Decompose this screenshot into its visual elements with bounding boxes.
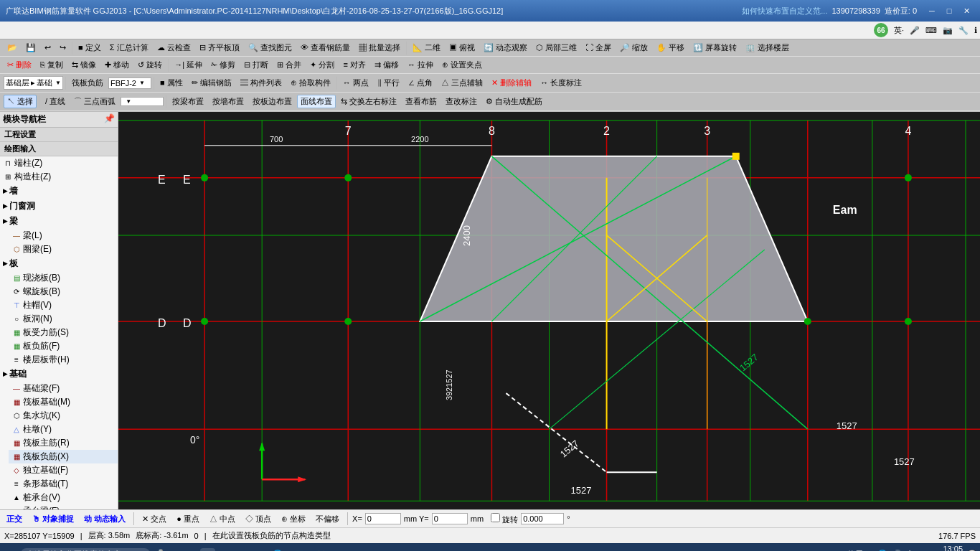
nav-group-beam[interactable]: ▸ 梁 xyxy=(0,214,118,229)
no-offset[interactable]: 不偏移 xyxy=(312,512,343,526)
parallel-button[interactable]: ∥ 平行 xyxy=(374,76,403,90)
taskbar-icon-circle[interactable]: G xyxy=(200,548,215,551)
select-mode-button[interactable]: ↖ 选择 xyxy=(4,95,37,108)
fullscreen-button[interactable]: ⛶ 全屏 xyxy=(582,41,615,55)
nav-item-beam[interactable]: —梁(L) xyxy=(9,229,118,242)
pick-element-button[interactable]: ⊕ 拾取构件 xyxy=(287,76,334,90)
quick-setup-link[interactable]: 如何快速布置自定义范... xyxy=(742,6,827,17)
taskbar-icon-e2[interactable]: e xyxy=(235,548,248,551)
redo-button[interactable]: ↪ xyxy=(56,42,70,54)
nav-group-foundation[interactable]: ▸ 基础 xyxy=(0,367,118,382)
length-anno-button[interactable]: ↔ 长度标注 xyxy=(537,76,585,90)
taskbar-icon-1[interactable]: ✿ xyxy=(166,548,182,552)
split-button[interactable]: ✦ 分割 xyxy=(306,58,338,72)
taskbar-icon-mail[interactable]: 📧 xyxy=(290,548,308,552)
taskbar-search[interactable] xyxy=(21,548,150,551)
three-point-aux-button[interactable]: △ 三点辅轴 xyxy=(438,76,486,90)
copy-button[interactable]: ⎘ 复制 xyxy=(37,58,67,72)
intersection-snap[interactable]: ✕ 交点 xyxy=(138,512,170,526)
trim-button[interactable]: ✁ 修剪 xyxy=(207,58,239,72)
offset-button[interactable]: ⇉ 偏移 xyxy=(371,58,402,72)
y-input[interactable] xyxy=(432,513,468,524)
x-input[interactable] xyxy=(365,513,401,524)
endpoint-snap[interactable]: ● 重点 xyxy=(173,512,203,526)
edit-anno-button[interactable]: 查改标注 xyxy=(442,95,481,108)
layer-dropdown[interactable]: 基础层 ▸ 基础 ▼ xyxy=(4,76,63,90)
nav-item-raft-main-rebar[interactable]: ▦筏板主筋(R) xyxy=(9,436,118,450)
rotate-input[interactable] xyxy=(521,513,564,524)
nav-item-cast-slab[interactable]: ▤现浇板(B) xyxy=(9,271,118,285)
dynamic-input-button[interactable]: 动 动态输入 xyxy=(80,512,129,526)
restore-button[interactable]: □ xyxy=(941,4,957,17)
mirror-button[interactable]: ⇆ 镜像 xyxy=(68,58,100,72)
by-area-button[interactable]: 面线布置 xyxy=(297,95,336,108)
two-point-button[interactable]: ↔ 两点 xyxy=(339,76,372,90)
taskbar-icon-globe[interactable]: 🌐 xyxy=(268,548,287,552)
view-rebar-btn[interactable]: 查看布筋 xyxy=(402,95,440,108)
draw-extra-dropdown[interactable]: ▼ xyxy=(121,97,164,106)
nav-item-slab-neg[interactable]: ▦板负筋(F) xyxy=(9,339,118,353)
sum-calc-button[interactable]: Σ 汇总计算 xyxy=(106,41,152,55)
minimize-button[interactable]: ─ xyxy=(924,4,940,17)
nav-item-floor-band[interactable]: ≡楼层板带(H) xyxy=(9,353,118,367)
extend-button[interactable]: →| 延伸 xyxy=(171,58,206,72)
del-aux-button[interactable]: ✕ 删除辅轴 xyxy=(488,76,535,90)
stretch-button[interactable]: ↔ 拉伸 xyxy=(404,58,437,72)
properties-button[interactable]: ■ 属性 xyxy=(156,76,187,90)
nav-pin-btn[interactable]: 📌 xyxy=(104,113,115,126)
nav-item-raft-found[interactable]: ▦筏板基础(M) xyxy=(9,395,118,409)
merge-button[interactable]: ⊞ 合并 xyxy=(273,58,305,72)
nav-section-drawing[interactable]: 绘图输入 xyxy=(0,142,118,156)
break-button[interactable]: ⊟ 打断 xyxy=(240,58,272,72)
nav-section-engineering[interactable]: 工程设置 xyxy=(0,128,118,142)
start-button[interactable]: ⊞ xyxy=(3,548,18,552)
cloud-check-button[interactable]: ☁ 云检查 xyxy=(154,41,194,55)
view-rebar-button[interactable]: 👁 查看钢筋量 xyxy=(297,41,354,55)
define-button[interactable]: ■ 定义 xyxy=(75,41,105,55)
midpoint-snap[interactable]: △ 中点 xyxy=(206,512,239,526)
align-button[interactable]: ≡ 对齐 xyxy=(339,58,369,72)
2d-button[interactable]: 📐 二维 xyxy=(409,41,444,55)
nav-item-found-beam[interactable]: —基础梁(F) xyxy=(9,382,118,395)
select-floor-button[interactable]: 🏢 选择楼层 xyxy=(742,41,793,55)
nav-item-col-cap[interactable]: ⊤柱帽(V) xyxy=(9,298,118,312)
ortho-button[interactable]: 正交 xyxy=(3,512,26,526)
by-beam-button[interactable]: 按梁布置 xyxy=(169,95,207,108)
taskbar-icon-folder[interactable]: 📁 xyxy=(311,548,330,552)
nav-item-ring-beam[interactable]: ⬡圈梁(E) xyxy=(9,242,118,256)
local-3d-button[interactable]: ⬡ 局部三维 xyxy=(532,41,580,55)
vertex-snap[interactable]: ◇ 顶点 xyxy=(242,512,275,526)
undo-button[interactable]: ↩ xyxy=(41,42,55,54)
top-view-button[interactable]: ▣ 俯视 xyxy=(446,41,479,55)
swap-sides-button[interactable]: ⇆ 交换左右标注 xyxy=(337,95,400,108)
nav-item-col-end[interactable]: ⊓端柱(Z) xyxy=(0,156,118,170)
batch-select-button[interactable]: ▦ 批量选择 xyxy=(355,41,404,55)
nav-item-spiral-slab[interactable]: ⟳螺旋板(B) xyxy=(9,285,118,298)
nav-item-strip-found[interactable]: ≡条形基础(T) xyxy=(9,477,118,491)
nav-item-col-pier[interactable]: △柱墩(Y) xyxy=(9,423,118,436)
auto-gen-button[interactable]: ⚙ 自动生成配筋 xyxy=(482,95,546,108)
open-button[interactable]: 📂 xyxy=(4,42,21,54)
by-edge-button[interactable]: 按板边布置 xyxy=(249,95,296,108)
find-element-button[interactable]: 🔍 查找图元 xyxy=(245,41,296,55)
nav-item-slab-hole[interactable]: ○板洞(N) xyxy=(9,312,118,326)
taskbar-icon-g2[interactable]: G xyxy=(250,548,265,551)
rotate-checkbox[interactable] xyxy=(491,513,500,522)
edit-rebar-button[interactable]: ✏ 编辑钢筋 xyxy=(188,76,235,90)
align-top-button[interactable]: ⊟ 齐平板顶 xyxy=(196,41,243,55)
drawing-canvas[interactable]: 7 8 2 3 4 E E D D 2400 3921527 1527 1527… xyxy=(118,112,980,509)
screen-rotate-button[interactable]: 🔃 屏幕旋转 xyxy=(689,41,740,55)
nav-item-struct-col[interactable]: ⊞构造柱(Z) xyxy=(0,170,118,184)
nav-group-slab[interactable]: ▸ 板 xyxy=(0,256,118,271)
nav-item-sump[interactable]: ⬡集水坑(K) xyxy=(9,409,118,423)
taskbar-icon-edge[interactable]: e xyxy=(184,548,197,551)
save-button[interactable]: 💾 xyxy=(22,42,39,54)
nav-item-raft-neg-rebar[interactable]: ▦筏板负筋(X) xyxy=(9,450,118,463)
nav-group-opening[interactable]: ▸ 门窗洞 xyxy=(0,199,118,214)
set-grip-button[interactable]: ⊕ 设置夹点 xyxy=(438,58,486,72)
angle-point-button[interactable]: ∠ 点角 xyxy=(405,76,436,90)
element-list-button[interactable]: ▤ 构件列表 xyxy=(237,76,286,90)
dynamic-obs-button[interactable]: 🔄 动态观察 xyxy=(480,41,531,55)
snap-button[interactable]: 🖱 对象捕捉 xyxy=(29,512,77,526)
nav-item-pile-cap[interactable]: ▲桩承台(V) xyxy=(9,491,118,504)
